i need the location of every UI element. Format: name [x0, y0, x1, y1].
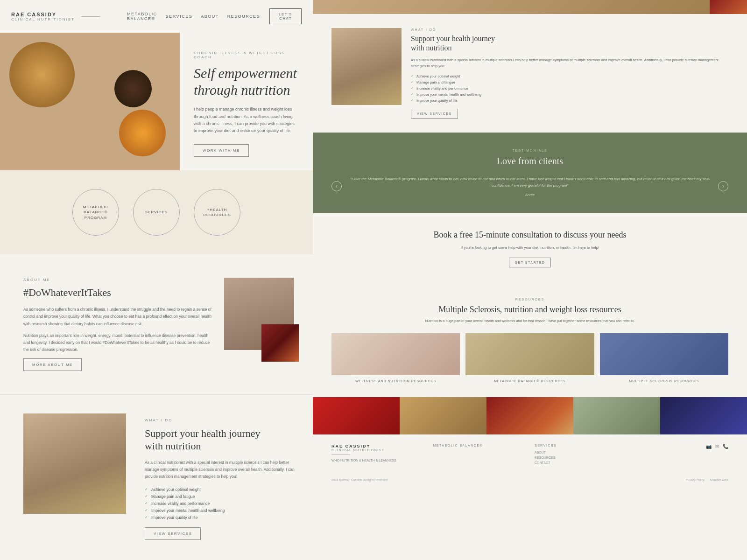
footer-brand-col: RAE CASSIDY CLINICAL NUTRITIONIST WHO NU…: [331, 444, 424, 466]
list-item-1: Achieve your optimal weight: [145, 487, 299, 492]
what-i-do-title: Support your health journeywith nutritio…: [145, 427, 299, 453]
email-icon[interactable]: ✉: [715, 444, 719, 449]
hero-cta-button[interactable]: WORK WITH ME: [194, 144, 249, 157]
brand-name: RAE CASSIDY: [11, 12, 75, 17]
phone-icon[interactable]: 📞: [723, 444, 728, 449]
privacy-policy-link[interactable]: Privacy Policy: [686, 478, 705, 482]
resources-desc: Nutrition is a huge part of your overall…: [331, 318, 728, 324]
navigation: RAE CASSIDY CLINICAL NUTRITIONIST METABO…: [0, 0, 313, 33]
consultation-desc: If you're looking to get some help with …: [331, 245, 728, 250]
testimonial-content: ‹ "I love the Metabolic Balance® program…: [331, 176, 728, 197]
food-decor-3: [119, 110, 166, 156]
what-i-do-text: WHAT I DO Support your health journeywit…: [135, 413, 299, 540]
consultation-cta-button[interactable]: GET STARTED: [509, 258, 551, 267]
resource-card-1[interactable]: WELLNESS AND NUTRITION RESOURCES: [331, 333, 460, 384]
right-what-list: Achieve your optimal weight Manage pain …: [411, 74, 728, 103]
testimonial-prev-button[interactable]: ‹: [331, 181, 342, 191]
about-desc-2: Nutrition plays an important role in wei…: [23, 332, 215, 354]
right-what-i-do-image: [331, 28, 402, 105]
consultation-title: Book a free 15-minute consultation to di…: [331, 230, 728, 240]
footer-section: RAE CASSIDY CLINICAL NUTRITIONIST WHO NU…: [313, 434, 747, 476]
hero-text: CHRONIC ILLNESS & WEIGHT LOSS COACH Self…: [180, 33, 313, 170]
what-i-do-section: WHAT I DO Support your health journeywit…: [0, 394, 313, 560]
footer-social-col: 📷 ✉ 📞: [636, 444, 729, 466]
testimonial-quote: "I love the Metabolic Balance® program. …: [346, 176, 713, 189]
footer-social-icons: 📷 ✉ 📞: [636, 444, 729, 449]
nav-links: METABOLIC BALANCE® SERVICES ABOUT RESOUR…: [127, 12, 260, 21]
about-title: #DoWhateverItTakes: [23, 287, 215, 299]
nav-cta-button[interactable]: LET'S CHAT: [269, 8, 302, 24]
resources-grid: WELLNESS AND NUTRITION RESOURCES METABOL…: [331, 333, 728, 384]
instagram-icon[interactable]: 📷: [706, 444, 712, 449]
list-item-4: Improve your mental health and wellbeing: [145, 508, 299, 513]
testimonial-next-button[interactable]: ›: [718, 181, 728, 191]
circles-section: METABOLICBALANCE®PROGRAM SERVICES +HEALT…: [0, 170, 313, 254]
resource-image-3: [600, 333, 728, 375]
what-i-do-image: [23, 413, 126, 514]
circle-metabolic[interactable]: METABOLICBALANCE®PROGRAM: [72, 189, 119, 236]
resource-image-2: [465, 333, 594, 375]
resources-title: Multiple Sclerosis, nutrition and weight…: [331, 305, 728, 315]
brand-logo: RAE CASSIDY CLINICAL NUTRITIONIST: [11, 12, 104, 21]
hero-tag: CHRONIC ILLNESS & WEIGHT LOSS COACH: [194, 51, 299, 59]
right-what-cta-button[interactable]: VIEW SERVICES: [411, 109, 458, 119]
footer-link-contact[interactable]: CONTACT: [535, 461, 627, 464]
nav-services[interactable]: SERVICES: [166, 14, 192, 19]
testimonials-title: Love from clients: [331, 156, 728, 167]
footer-logo-sub: CLINICAL NUTRITIONIST: [331, 448, 424, 452]
strip-image-5: [660, 397, 747, 434]
circle-resources[interactable]: +HEALTHRESOURCES: [194, 189, 240, 236]
right-what-desc: As a clinical nutritionist with a specia…: [411, 57, 728, 70]
hero-description: I help people manage chronic illness and…: [194, 106, 299, 134]
circle-metabolic-label: METABOLICBALANCE®PROGRAM: [79, 201, 113, 224]
resource-card-3[interactable]: MULTIPLE SCLEROSIS RESOURCES: [600, 333, 728, 384]
consultation-section: Book a free 15-minute consultation to di…: [313, 213, 747, 283]
footer-bottom: 2024 Rachael Cassidy. All rights reserve…: [313, 476, 747, 486]
nav-metabolic[interactable]: METABOLIC BALANCE®: [127, 12, 157, 21]
circle-services[interactable]: SERVICES: [133, 189, 180, 236]
footer-services-col: SERVICES ABOUT RESOURCES CONTACT: [535, 444, 627, 466]
footer-policy-links: Privacy Policy Member Area: [686, 478, 729, 482]
food-bowl-image: [0, 33, 180, 170]
right-what-i-do-section: WHAT I DO Support your health journeywit…: [313, 14, 747, 133]
right-list-item-2: Manage pain and fatigue: [411, 80, 728, 84]
hero-title: Self empowerment through nutrition: [194, 65, 299, 98]
footer-services-title: SERVICES: [535, 444, 627, 447]
testimonial-text: "I love the Metabolic Balance® program. …: [346, 176, 713, 197]
footer-link-about[interactable]: ABOUT: [535, 451, 627, 454]
hero-section: CHRONIC ILLNESS & WEIGHT LOSS COACH Self…: [0, 33, 313, 170]
member-area-link[interactable]: Member Area: [710, 478, 728, 482]
what-i-do-list: Achieve your optimal weight Manage pain …: [145, 487, 299, 520]
nav-resources[interactable]: RESOURCES: [227, 14, 261, 19]
strip-image-3: [486, 397, 573, 434]
what-i-do-tag: WHAT I DO: [145, 418, 299, 422]
brand-subtitle: CLINICAL NUTRITIONIST: [11, 17, 75, 21]
strip-image-1: [313, 397, 400, 434]
resource-image-1: [331, 333, 460, 375]
resource-label-1: WELLNESS AND NUTRITION RESOURCES: [331, 379, 460, 384]
about-section: ABOUT ME #DoWhateverItTakes As someone w…: [0, 254, 313, 394]
footer-link-resources[interactable]: RESOURCES: [535, 456, 627, 459]
circle-services-label: SERVICES: [141, 206, 171, 218]
resources-section: RESOURCES Multiple Sclerosis, nutrition …: [313, 284, 747, 398]
footer-metabolic-col: METABOLIC BALANCE®: [433, 444, 526, 466]
resource-label-3: MULTIPLE SCLEROSIS RESOURCES: [600, 379, 728, 384]
food-decor-1: [9, 42, 75, 107]
photo-strip: [313, 397, 747, 434]
nav-about[interactable]: ABOUT: [201, 14, 219, 19]
resource-card-2[interactable]: METABOLIC BALANCE® RESOURCES: [465, 333, 594, 384]
strip-image-2: [400, 397, 486, 434]
resource-label-2: METABOLIC BALANCE® RESOURCES: [465, 379, 594, 384]
what-i-do-cta-button[interactable]: VIEW SERVICES: [145, 527, 201, 540]
footer-logo-name: RAE CASSIDY: [331, 444, 424, 448]
right-what-tag: WHAT I DO: [411, 28, 728, 31]
right-list-item-1: Achieve your optimal weight: [411, 74, 728, 78]
right-what-title: Support your health journeywith nutritio…: [411, 34, 728, 53]
about-figs-image: [261, 324, 299, 362]
about-text: ABOUT ME #DoWhateverItTakes As someone w…: [23, 278, 215, 371]
what-i-do-desc: As a clinical nutritionist with a specia…: [145, 459, 299, 481]
list-item-2: Manage pain and fatigue: [145, 494, 299, 499]
about-cta-button[interactable]: MORE ABOUT ME: [23, 358, 82, 371]
right-list-item-4: Improve your mental health and wellbeing: [411, 92, 728, 97]
copyright-text: 2024 Rachael Cassidy. All rights reserve…: [331, 478, 388, 482]
